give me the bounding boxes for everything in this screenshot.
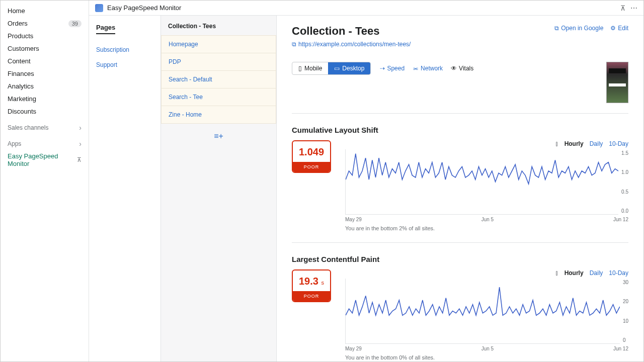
nav-products[interactable]: Products bbox=[1, 30, 89, 42]
page-item[interactable]: Search - Default bbox=[161, 70, 276, 88]
device-tabs: ▯Mobile ▭Desktop bbox=[292, 62, 371, 75]
page-item[interactable]: Zine - Home bbox=[161, 106, 276, 124]
app-name: Easy PageSpeed Monitor bbox=[107, 4, 181, 12]
nav-apps[interactable]: Apps› bbox=[1, 134, 89, 150]
more-icon[interactable]: ⋯ bbox=[630, 4, 637, 12]
metric-title: Largest Contentful Paint bbox=[292, 255, 628, 263]
add-page-icon[interactable]: ≡+ bbox=[161, 124, 276, 149]
vitals-tab[interactable]: 👁Vitals bbox=[451, 65, 473, 72]
orders-badge: 39 bbox=[68, 20, 82, 27]
nav-orders[interactable]: Orders39 bbox=[1, 17, 89, 30]
metric-cls: Cumulative Layout Shift 1.049 POOR ⫿ Hou… bbox=[292, 126, 628, 231]
page-item[interactable]: Homepage bbox=[161, 35, 276, 53]
nav-marketing[interactable]: Marketing bbox=[1, 93, 89, 105]
cls-chart bbox=[345, 149, 618, 215]
network-tab[interactable]: ⫘Network bbox=[413, 65, 443, 72]
metric-caption: You are in the bottom 0% of all sites. bbox=[345, 354, 628, 360]
chevron-right-icon: › bbox=[79, 124, 82, 132]
bar-chart-icon[interactable]: ⫿ bbox=[555, 269, 558, 277]
desktop-tab[interactable]: ▭Desktop bbox=[328, 62, 370, 74]
lcp-chart bbox=[345, 279, 620, 344]
eye-icon: 👁 bbox=[451, 65, 457, 72]
network-icon: ⫘ bbox=[413, 65, 419, 72]
nav-finances[interactable]: Finances bbox=[1, 67, 89, 80]
main-content: Collection - Tees ⧉ https://example.com/… bbox=[277, 16, 643, 361]
external-link-icon: ⧉ bbox=[292, 41, 296, 48]
edit-button[interactable]: ⚙Edit bbox=[610, 25, 628, 32]
mobile-tab[interactable]: ▯Mobile bbox=[292, 62, 328, 74]
nav-discounts[interactable]: Discounts bbox=[1, 105, 89, 118]
open-google-button[interactable]: ⧉Open in Google bbox=[554, 25, 603, 32]
page-list: Collection - Tees Homepage PDP Search - … bbox=[161, 16, 277, 361]
metric-badge: 19.3 s POOR bbox=[292, 269, 331, 302]
metric-caption: You are in the bottom 2% of all sites. bbox=[345, 225, 628, 231]
app-header: Easy PageSpeed Monitor ⊼ ⋯ bbox=[89, 1, 643, 16]
pin-icon[interactable]: ⊼ bbox=[77, 156, 82, 163]
metric-value: 19.3 s bbox=[293, 270, 330, 291]
speed-tab[interactable]: ⇢Speed bbox=[380, 65, 405, 72]
subscription-link[interactable]: Subscription bbox=[96, 42, 153, 57]
tenday-tab[interactable]: 10-Day bbox=[609, 140, 628, 147]
page-url[interactable]: ⧉ https://example.com/collections/men-te… bbox=[292, 41, 411, 48]
pin-icon[interactable]: ⊼ bbox=[620, 4, 625, 12]
main-sidebar: Home Orders39 Products Customers Content… bbox=[1, 1, 89, 361]
chevron-right-icon: › bbox=[79, 140, 82, 148]
nav-sales-channels[interactable]: Sales channels› bbox=[1, 118, 89, 134]
hourly-tab[interactable]: Hourly bbox=[565, 269, 584, 277]
support-link[interactable]: Support bbox=[96, 57, 153, 72]
pages-sidebar: Pages Subscription Support bbox=[89, 16, 161, 361]
page-title: Collection - Tees bbox=[292, 25, 411, 38]
hourly-tab[interactable]: Hourly bbox=[565, 140, 584, 147]
external-link-icon: ⧉ bbox=[554, 25, 559, 32]
daily-tab[interactable]: Daily bbox=[590, 269, 603, 277]
metric-badge: 1.049 POOR bbox=[292, 140, 331, 173]
bar-chart-icon[interactable]: ⫿ bbox=[555, 140, 558, 147]
gear-icon: ⚙ bbox=[610, 25, 616, 32]
nav-home[interactable]: Home bbox=[1, 5, 89, 17]
nav-analytics[interactable]: Analytics bbox=[1, 80, 89, 93]
daily-tab[interactable]: Daily bbox=[590, 140, 603, 147]
desktop-icon: ▭ bbox=[334, 65, 340, 72]
metric-status: POOR bbox=[293, 162, 330, 172]
page-thumbnail bbox=[606, 62, 628, 103]
nav-current-app[interactable]: Easy PageSpeed Monitor⊼ bbox=[1, 150, 89, 170]
metric-value: 1.049 bbox=[293, 141, 330, 162]
pages-tab[interactable]: Pages bbox=[96, 24, 115, 34]
page-item[interactable]: PDP bbox=[161, 53, 276, 71]
app-logo-icon bbox=[95, 4, 103, 12]
mobile-icon: ▯ bbox=[298, 65, 302, 72]
nav-content[interactable]: Content bbox=[1, 55, 89, 67]
metric-status: POOR bbox=[293, 291, 330, 301]
metric-lcp: Largest Contentful Paint 19.3 s POOR ⫿ H… bbox=[292, 255, 628, 360]
tenday-tab[interactable]: 10-Day bbox=[609, 269, 628, 277]
page-item[interactable]: Search - Tee bbox=[161, 88, 276, 106]
page-list-header: Collection - Tees bbox=[161, 16, 276, 36]
speed-icon: ⇢ bbox=[380, 65, 385, 72]
metric-title: Cumulative Layout Shift bbox=[292, 126, 628, 134]
nav-customers[interactable]: Customers bbox=[1, 42, 89, 55]
